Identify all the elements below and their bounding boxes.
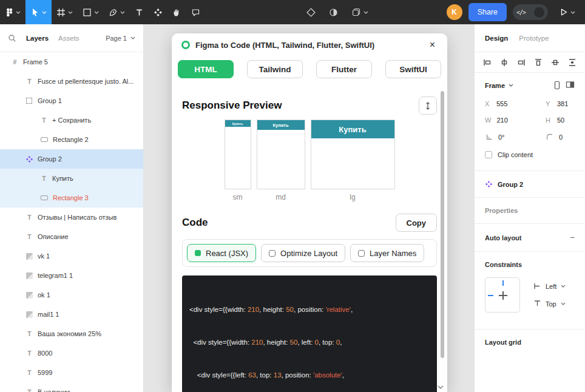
x-value[interactable]: 555 <box>496 100 507 107</box>
text-tool-button[interactable] <box>130 0 149 24</box>
layer-row-image[interactable]: mail1 1 <box>0 305 143 324</box>
scroll-down-icon[interactable] <box>438 385 444 389</box>
share-button[interactable]: Share <box>468 3 507 21</box>
selection-row[interactable]: Group 2 <box>485 180 575 188</box>
x-label: X <box>485 100 491 107</box>
selection-name: Group 2 <box>498 181 523 188</box>
text-layer-icon: T <box>25 78 33 85</box>
page-selector[interactable]: Page 1 <box>106 35 135 42</box>
option-optimize-layout[interactable]: Optimize Layout <box>261 244 345 262</box>
layer-row-text[interactable]: TОтзывы | Написать отзыв <box>0 208 143 227</box>
auto-layout-action-button[interactable]: − <box>566 233 575 242</box>
layer-row-image[interactable]: telegram1 1 <box>0 266 143 285</box>
rectangle-layer-icon <box>41 137 48 142</box>
tab-html[interactable]: HTML <box>178 60 234 78</box>
main-menu-button[interactable] <box>0 0 25 24</box>
layer-row-image[interactable]: ok 1 <box>0 285 143 305</box>
checkbox-icon[interactable] <box>485 151 492 158</box>
tab-tailwind[interactable]: Tailwind <box>247 60 303 78</box>
checkbox-icon <box>358 250 365 257</box>
layers-panel: Layers Assets Page 1 #Frame 5 TFusce ut … <box>0 24 144 392</box>
layer-row-text[interactable]: T+ Сохранить <box>0 110 143 130</box>
layer-row-text[interactable]: TВаша экономия 25% <box>0 324 143 343</box>
layer-row-text[interactable]: T5999 <box>0 363 143 382</box>
option-layer-names[interactable]: Layer Names <box>350 244 424 262</box>
rotation-field[interactable]: 0° <box>485 133 546 141</box>
top-constraint-tick[interactable] <box>502 280 504 286</box>
w-value[interactable]: 210 <box>496 117 507 124</box>
option-react-jsx[interactable]: React (JSX) <box>187 244 256 262</box>
left-constraint-tick[interactable] <box>488 295 493 296</box>
width-field[interactable]: W210 <box>485 117 546 124</box>
y-value[interactable]: 381 <box>557 100 568 107</box>
close-button[interactable]: × <box>427 39 438 51</box>
move-tool-button[interactable] <box>25 0 52 24</box>
tab-design[interactable]: Design <box>485 35 508 42</box>
plugin-vertical-scrollbar[interactable] <box>441 91 444 379</box>
horizontal-constraint-value: Left <box>546 283 556 290</box>
responsive-preview-title: Responsive Preview <box>182 100 282 112</box>
scrollbar-thumb[interactable] <box>441 91 444 358</box>
tab-prototype[interactable]: Prototype <box>519 35 549 42</box>
shape-tool-button[interactable] <box>78 0 104 24</box>
framework-tabs: HTML Tailwind Flutter SwiftUI <box>172 56 447 86</box>
frame-section-label[interactable]: Frame <box>485 82 505 89</box>
responsive-previews: Купить sm Купить md Купить lg <box>182 120 437 201</box>
resize-preview-button[interactable] <box>419 96 437 115</box>
pen-tool-button[interactable] <box>104 0 130 24</box>
layer-row-group-2-selected[interactable]: Group 2 <box>0 149 143 169</box>
search-icon[interactable] <box>8 34 16 42</box>
copy-button[interactable]: Copy <box>396 214 438 232</box>
layer-row-image[interactable]: vk 1 <box>0 246 143 266</box>
layer-row-text[interactable]: TКупить <box>0 169 143 188</box>
align-horizontal-center-button[interactable] <box>499 58 510 67</box>
comment-tool-button[interactable] <box>186 0 205 24</box>
layer-row-rectangle-2[interactable]: Rectangle 2 <box>0 130 143 149</box>
layer-row-frame-5[interactable]: #Frame 5 <box>0 52 143 72</box>
layer-row-text[interactable]: TОписание <box>0 227 143 246</box>
tab-layers[interactable]: Layers <box>26 35 49 42</box>
height-field[interactable]: H50 <box>546 117 575 124</box>
preview-frame: Купить <box>257 120 305 189</box>
present-button[interactable] <box>554 0 580 24</box>
layer-name: Fusce ut pellentesque justo. Al... <box>38 78 143 85</box>
text-layer-icon: T <box>25 369 33 376</box>
layer-row-text[interactable]: TВ наличии <box>0 382 143 392</box>
plugin-header[interactable]: Figma to Code (HTML, Tailwind, Flutter, … <box>172 33 447 56</box>
tab-flutter[interactable]: Flutter <box>316 60 372 78</box>
y-position-field[interactable]: Y381 <box>546 100 575 107</box>
actions-button[interactable] <box>302 0 320 24</box>
align-left-button[interactable] <box>482 58 493 67</box>
mask-button[interactable] <box>324 0 343 24</box>
align-top-button[interactable] <box>533 58 544 67</box>
move-cursor-icon <box>30 7 39 17</box>
layer-row-group-1[interactable]: Group 1 <box>0 91 143 110</box>
tab-swiftui[interactable]: SwiftUI <box>385 60 441 78</box>
x-position-field[interactable]: X555 <box>485 100 546 107</box>
radius-value[interactable]: 0 <box>559 133 563 141</box>
code-line: <div style={{width: 210, height: 50, lef… <box>189 337 430 348</box>
layer-row-text[interactable]: T8000 <box>0 343 143 363</box>
hand-tool-button[interactable] <box>167 0 186 24</box>
frame-tool-button[interactable] <box>52 0 78 24</box>
horizontal-constraint-select[interactable]: Left <box>533 282 566 290</box>
distribute-button[interactable] <box>567 58 578 67</box>
dev-mode-toggle[interactable]: </> <box>513 4 548 20</box>
variants-button[interactable] <box>347 0 373 24</box>
corner-radius-field[interactable]: 0 <box>546 133 575 141</box>
clip-content-row[interactable]: Clip content <box>485 151 575 158</box>
layer-row-rectangle-3[interactable]: Rectangle 3 <box>0 188 143 208</box>
tab-assets[interactable]: Assets <box>58 35 79 42</box>
vertical-constraint-select[interactable]: Top <box>533 300 566 308</box>
layout-grid-section: Layout grid <box>475 329 585 355</box>
split-view-icon[interactable] <box>566 81 575 89</box>
avatar[interactable]: K <box>447 4 462 20</box>
layer-row-text[interactable]: TFusce ut pellentesque justo. Al... <box>0 72 143 91</box>
constraints-widget[interactable] <box>485 277 520 313</box>
device-phone-icon[interactable] <box>554 81 560 90</box>
align-right-button[interactable] <box>516 58 527 67</box>
align-vertical-center-button[interactable] <box>550 58 561 67</box>
rotation-value[interactable]: 0° <box>498 133 505 141</box>
h-value[interactable]: 50 <box>557 117 564 124</box>
component-tool-button[interactable] <box>149 0 167 24</box>
